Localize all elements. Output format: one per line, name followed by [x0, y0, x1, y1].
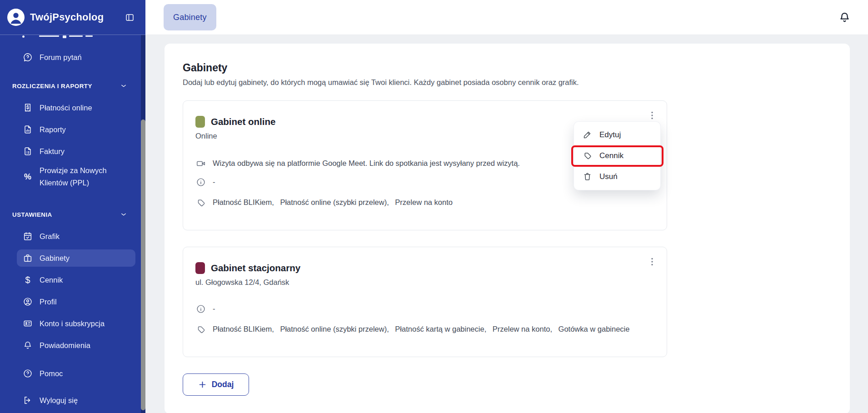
sidebar-item-grafik[interactable]: Grafik — [17, 228, 135, 245]
briefcase-icon — [22, 253, 33, 264]
office-note: - — [213, 176, 215, 188]
dollar-icon: $ — [22, 274, 33, 285]
tab-gabinety[interactable]: Gabinety — [164, 4, 216, 30]
payment-method: Przelew na konto — [395, 198, 453, 206]
payment-method: Płatność BLIKiem, — [213, 198, 274, 206]
sidebar-item-powiadomienia[interactable]: Powiadomienia — [17, 337, 135, 354]
menu-item-cennik[interactable]: Cennik — [574, 145, 660, 166]
tag-icon — [195, 197, 206, 208]
sidebar-item-faktury[interactable]: Faktury — [17, 143, 135, 160]
menu-item-edytuj[interactable]: Edytuj — [574, 124, 660, 145]
office-name: Gabinet stacjonarny — [211, 263, 300, 274]
sidebar-section-rozliczenia[interactable]: ROZLICZENIA I RAPORTY — [12, 82, 127, 90]
card-context-menu: Edytuj Cennik — [574, 122, 660, 190]
office-name: Gabinet online — [211, 116, 275, 127]
sidebar-item-gabinety[interactable]: Gabinety — [17, 249, 135, 267]
sidebar: TwójPsycholog — [0, 0, 145, 413]
sidebar-item-wyloguj[interactable]: Wyloguj się — [17, 392, 135, 409]
section-items: Grafik Gabinety $ Cennik — [0, 218, 145, 354]
sidebar-item-label: Faktury — [40, 147, 65, 156]
tag-icon — [583, 151, 593, 161]
sidebar-item-label: Wyloguj się — [40, 396, 78, 405]
card-menu-button[interactable] — [647, 109, 659, 122]
sidebar-item-cennik[interactable]: $ Cennik — [17, 271, 135, 289]
payment-method: Przelew na konto, — [493, 325, 552, 333]
menu-item-usun[interactable]: Usuń — [574, 166, 660, 187]
question-circle-icon — [22, 368, 33, 379]
payment-method: Gotówka w gabinecie — [559, 325, 630, 333]
sidebar-scrollbar-thumb[interactable] — [141, 119, 145, 410]
kebab-icon — [647, 256, 659, 267]
add-office-button[interactable]: Dodaj — [183, 373, 249, 396]
sidebar-item-label: Raporty — [40, 125, 66, 134]
sidebar-item-label: Konto i subskrypcja — [40, 319, 105, 328]
card-gabinet-online: Gabinet online Online Wizyta odbywa się … — [183, 100, 667, 230]
sidebar-item-konto-i-subskrypcja[interactable]: Konto i subskrypcja — [17, 315, 135, 332]
office-color-swatch — [195, 116, 205, 128]
main-content: Gabinety Dodaj lub edytuj gabinety, do k… — [145, 35, 868, 413]
sidebar-header: TwójPsycholog — [0, 0, 145, 35]
office-note-row: - — [195, 303, 654, 314]
sidebar-item-label: Prowizje za Nowych Klientów (PPL) — [40, 164, 129, 189]
calendar-check-icon — [22, 231, 33, 242]
app-logo-text: TwójPsycholog — [30, 11, 104, 23]
sidebar-item-platnosci-online[interactable]: Płatności online — [17, 99, 135, 116]
video-camera-icon — [195, 158, 206, 169]
payment-method: Płatność online (szybki przelew), — [280, 198, 389, 206]
menu-item-label: Edytuj — [599, 130, 621, 139]
section-title: USTAWIENIA — [12, 211, 52, 218]
sidebar-item-pomoc[interactable]: Pomoc — [17, 365, 135, 382]
sidebar-item-label: Forum pytań — [40, 53, 82, 62]
page-description: Dodaj lub edytuj gabinety, do których mo… — [183, 78, 832, 87]
trash-icon — [583, 172, 593, 182]
sidebar-section-ustawienia[interactable]: USTAWIENIA — [12, 211, 127, 218]
office-location: ul. Głogowska 12/4, Gdańsk — [195, 278, 654, 287]
sidebar-item-raporty[interactable]: Raporty — [17, 121, 135, 138]
sidebar-item-prowizje-ppl[interactable]: % Prowizje za Nowych Klientów (PPL) — [17, 164, 135, 189]
invoice-document-icon — [22, 146, 33, 157]
office-payments: Płatność BLIKiem, Płatność online (szybk… — [213, 197, 453, 208]
sidebar-scroll-area: Forum pytań ROZLICZENIA I RAPORTY Płatno… — [0, 35, 145, 413]
id-card-icon — [22, 318, 33, 329]
gabinety-panel: Gabinety Dodaj lub edytuj gabinety, do k… — [165, 44, 850, 413]
sidebar-item-label: Cennik — [40, 276, 63, 284]
bell-icon — [838, 11, 851, 24]
office-color-swatch — [195, 262, 205, 274]
sidebar-item-label: Płatności online — [40, 104, 92, 112]
menu-item-label: Cennik — [599, 151, 624, 160]
page-title: Gabinety — [183, 62, 832, 74]
info-circle-icon — [195, 177, 206, 188]
tag-icon — [195, 324, 206, 335]
office-payments-row: Płatność BLIKiem, Płatność online (szybk… — [195, 323, 654, 335]
bell-icon — [22, 340, 33, 351]
add-office-label: Dodaj — [212, 380, 234, 389]
card-menu-button[interactable] — [647, 255, 659, 268]
sidebar-item-label: Powiadomienia — [40, 341, 90, 350]
notifications-button[interactable] — [838, 11, 851, 24]
sidebar-item-profil[interactable]: Profil — [17, 293, 135, 310]
sidebar-collapse-button[interactable] — [124, 12, 135, 23]
question-bubble-icon — [22, 52, 33, 63]
logout-icon — [22, 395, 33, 406]
sidebar-item-label: Profil — [40, 298, 57, 306]
sidebar-item-label: Pomoc — [40, 369, 63, 378]
section-items: Płatności online Raporty — [0, 90, 145, 189]
chevron-down-icon — [120, 211, 127, 218]
percent-icon: % — [22, 171, 33, 182]
office-visit-info: Wizyta odbywa się na platformie Google M… — [213, 158, 520, 169]
sidebar-item-label: Grafik — [40, 232, 60, 241]
menu-item-label: Usuń — [599, 172, 618, 181]
section-title: ROZLICZENIA I RAPORTY — [12, 83, 92, 90]
payment-method: Płatność online (szybki przelew), — [280, 325, 389, 333]
chevron-down-icon — [120, 82, 127, 90]
avatar — [7, 9, 25, 26]
office-payments: Płatność BLIKiem, Płatność online (szybk… — [213, 323, 629, 335]
payment-method: Płatność kartą w gabinecie, — [395, 325, 486, 333]
person-icon — [7, 9, 25, 26]
plus-icon — [198, 380, 207, 389]
topbar: Gabinety — [145, 0, 868, 35]
person-circle-icon — [22, 296, 33, 307]
sidebar-footer: Pomoc Wyloguj się — [0, 354, 145, 413]
office-payments-row: Płatność BLIKiem, Płatność online (szybk… — [195, 197, 654, 208]
sidebar-item-forum-pytan[interactable]: Forum pytań — [17, 49, 135, 66]
